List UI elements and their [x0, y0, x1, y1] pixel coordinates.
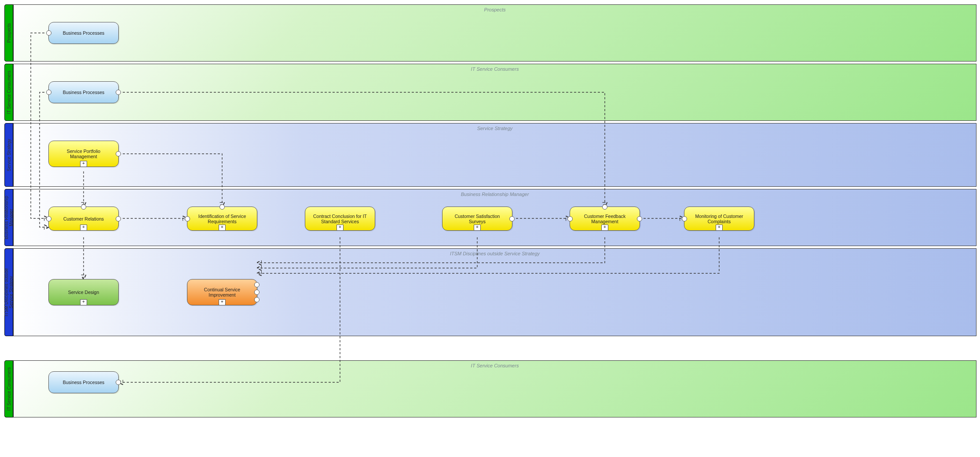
subprocess-icon: +: [716, 225, 723, 231]
subprocess-icon: +: [219, 225, 226, 231]
node-label: Customer Feedback Management: [584, 214, 626, 224]
node-label: Business Processes: [63, 380, 105, 385]
subprocess-icon: +: [219, 299, 226, 305]
node-monitoring-customer-complaints[interactable]: Monitoring of Customer Complaints +: [684, 207, 754, 231]
diagram-stage: Prospects Prospects IT Service Consumers…: [0, 0, 980, 457]
subprocess-icon: +: [80, 161, 87, 167]
lane-tab-label: Prospects: [7, 23, 11, 43]
port-icon: [116, 151, 121, 156]
lane-title: IT Service Consumers: [471, 363, 519, 368]
lane-tab-label: Business Relationship Manager: [4, 196, 14, 239]
subprocess-icon: +: [80, 299, 87, 305]
port-icon: [81, 204, 86, 210]
lane-tab-itsm: ITSM Disciplines outside Service Strateg…: [4, 248, 13, 336]
lane-tab-consumers-bottom: IT Service Consumers: [4, 360, 13, 417]
node-customer-feedback-management[interactable]: Customer Feedback Management +: [570, 207, 640, 231]
node-label: Contract Conclusion for IT Standard Serv…: [313, 214, 367, 224]
node-business-processes-consumers-top[interactable]: Business Processes: [48, 81, 119, 103]
lane-title: Prospects: [484, 7, 506, 12]
port-icon: [254, 290, 260, 295]
subprocess-icon: +: [80, 225, 87, 231]
lane-itsm: ITSM Disciplines outside Service Strateg…: [13, 248, 976, 336]
port-icon: [682, 216, 687, 221]
node-customer-relations[interactable]: Customer Relations +: [48, 207, 119, 231]
lane-tab-consumers-top: IT Service Consumers: [4, 64, 13, 121]
node-continual-service-improvement[interactable]: Continual Service Improvement +: [187, 279, 257, 305]
subprocess-icon: +: [336, 225, 344, 231]
port-icon: [602, 204, 607, 210]
node-business-processes-consumers-bottom[interactable]: Business Processes: [48, 371, 119, 393]
lane-strategy: Service Strategy: [13, 123, 976, 187]
lane-consumers-top: IT Service Consumers: [13, 64, 976, 121]
node-label: Service Portfolio Management: [67, 149, 100, 159]
port-icon: [46, 216, 51, 221]
lane-tab-strategy: Service Strategy: [4, 123, 13, 187]
port-icon: [567, 216, 573, 221]
node-label: Business Processes: [63, 90, 105, 95]
node-label: Monitoring of Customer Complaints: [695, 214, 743, 224]
port-icon: [116, 216, 121, 221]
subprocess-icon: +: [601, 225, 608, 231]
subprocess-icon: +: [474, 225, 481, 231]
lane-tab-label: ITSM Disciplines outside Service Strateg…: [4, 268, 14, 316]
port-icon: [509, 216, 515, 221]
lane-tab-label: IT Service Consumers: [7, 71, 11, 114]
port-icon: [185, 216, 190, 221]
lane-tab-brm: Business Relationship Manager: [4, 189, 13, 246]
port-icon: [637, 216, 642, 221]
lane-title: ITSM Disciplines outside Service Strateg…: [450, 251, 540, 256]
node-label: Customer Relations: [63, 216, 104, 221]
lane-tab-prospects: Prospects: [4, 4, 13, 62]
node-label: Identification of Service Requirements: [198, 214, 246, 224]
lane-title: IT Service Consumers: [471, 66, 519, 72]
port-icon: [116, 380, 121, 385]
port-icon: [219, 204, 225, 210]
port-icon: [254, 282, 260, 287]
node-business-processes-prospects[interactable]: Business Processes: [48, 22, 119, 44]
lane-prospects: Prospects: [13, 4, 976, 62]
node-service-design[interactable]: Service Design +: [48, 279, 119, 305]
port-icon: [116, 90, 121, 95]
node-label: Business Processes: [63, 30, 105, 36]
node-label: Continual Service Improvement: [204, 287, 240, 297]
node-label: Customer Satisfaction Surveys: [455, 214, 500, 224]
node-service-portfolio-management[interactable]: Service Portfolio Management +: [48, 141, 119, 167]
port-icon: [254, 297, 260, 302]
lane-title: Business Relationship Manager: [461, 192, 529, 197]
node-label: Service Design: [68, 290, 99, 295]
node-contract-conclusion[interactable]: Contract Conclusion for IT Standard Serv…: [305, 207, 375, 231]
node-customer-satisfaction-surveys[interactable]: Customer Satisfaction Surveys +: [442, 207, 512, 231]
lane-title: Service Strategy: [477, 126, 513, 131]
port-icon: [46, 90, 51, 95]
node-identification-service-requirements[interactable]: Identification of Service Requirements +: [187, 207, 257, 231]
port-icon: [46, 30, 51, 36]
lane-consumers-bottom: IT Service Consumers: [13, 360, 976, 417]
lane-tab-label: Service Strategy: [7, 139, 11, 171]
lane-tab-label: IT Service Consumers: [7, 367, 11, 411]
